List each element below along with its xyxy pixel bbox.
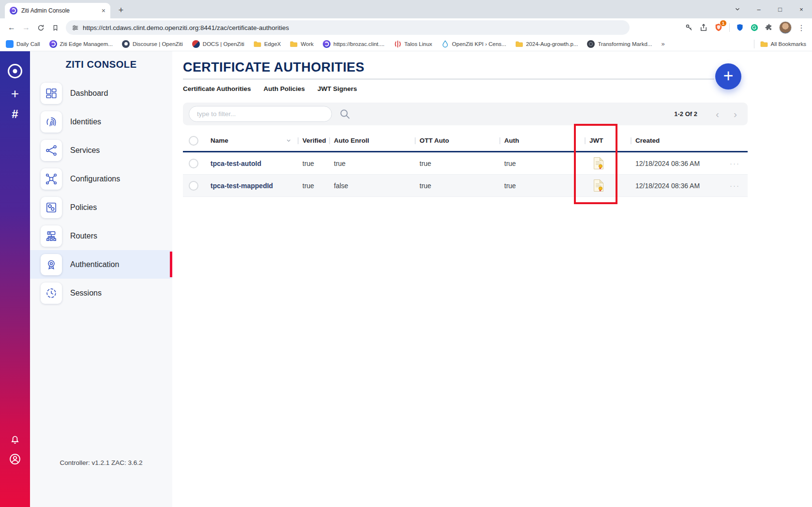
grammarly-icon[interactable]: [750, 23, 759, 32]
sidebar-item-authentication[interactable]: Authentication: [30, 250, 172, 279]
sort-chevron-icon: [286, 137, 292, 144]
column-header-created[interactable]: Created: [635, 137, 721, 144]
folder-icon: [760, 40, 768, 48]
bookmark-icon[interactable]: [48, 21, 62, 34]
browser-tab[interactable]: Ziti Admin Console ×: [5, 3, 110, 18]
back-icon[interactable]: ←: [5, 21, 18, 34]
page-prev-icon[interactable]: ‹: [716, 109, 719, 119]
plus-icon: +: [723, 67, 733, 85]
tab-search-chevron-icon[interactable]: [727, 0, 748, 18]
shield-badge: 1: [720, 20, 727, 27]
password-key-icon[interactable]: [685, 23, 693, 32]
rail-hash-icon[interactable]: #: [12, 108, 18, 120]
tab-certificate-authorities[interactable]: Certificate Authorities: [183, 85, 251, 92]
folder-icon: [254, 40, 261, 48]
bookmark-item[interactable]: Transforming Markd...: [587, 40, 652, 48]
select-all-checkbox[interactable]: [189, 136, 198, 146]
share-icon[interactable]: [699, 23, 708, 32]
tab-jwt-signers[interactable]: JWT Signers: [317, 85, 357, 92]
site-settings-icon[interactable]: [72, 24, 79, 31]
bookmark-item[interactable]: DOCS | OpenZiti: [192, 40, 244, 48]
jwt-download-icon[interactable]: [593, 179, 635, 192]
sidebar-item-dashboard[interactable]: Dashboard: [30, 79, 172, 107]
search-icon[interactable]: [339, 108, 351, 120]
add-ca-button[interactable]: +: [715, 63, 741, 89]
talos-icon: [394, 40, 402, 48]
pagination-label: 1-2 Of 2: [674, 110, 697, 118]
adblock-shield-icon[interactable]: 1: [714, 23, 723, 32]
bookmark-item[interactable]: 2024-Aug-growth.p...: [515, 40, 578, 48]
sidebar-item-sessions[interactable]: Sessions: [30, 279, 172, 307]
services-icon: [41, 140, 62, 161]
toolbar-divider: [729, 23, 730, 32]
policies-icon: [41, 197, 62, 218]
defender-shield-icon[interactable]: [736, 23, 744, 32]
notifications-bell-icon[interactable]: [9, 433, 21, 445]
browser-tab-strip: Ziti Admin Console × + – □ ×: [0, 0, 812, 18]
bookmark-item[interactable]: EdgeX: [254, 40, 281, 48]
sidebar-item-services[interactable]: Services: [30, 136, 172, 164]
console-title: ZITI CONSOLE: [30, 59, 172, 70]
row-checkbox[interactable]: [189, 159, 198, 168]
table-row[interactable]: tpca-test-autoId true true true true 12/…: [183, 152, 748, 175]
jwt-download-icon[interactable]: [593, 157, 635, 170]
sidebar-item-routers[interactable]: Routers: [30, 222, 172, 250]
minimize-button[interactable]: –: [748, 0, 769, 18]
ca-table: Name Verified Auto Enroll OTT Auto Auth …: [183, 130, 748, 197]
globe-icon: [587, 40, 595, 48]
row-menu-button[interactable]: ···: [730, 181, 748, 190]
url-text: https://ctrl.cdaws.clint.demo.openziti.o…: [83, 24, 289, 31]
bookmark-item[interactable]: Work: [290, 40, 314, 48]
bookmark-item[interactable]: https://brozac.clint....: [323, 40, 384, 48]
configurations-icon: [41, 168, 62, 190]
ca-name[interactable]: tpca-test-autoId: [211, 160, 302, 167]
sidebar-item-identities[interactable]: Identities: [30, 107, 172, 136]
version-footer: Controller: v1.2.1 ZAC: 3.6.2: [30, 459, 172, 466]
bookmark-item[interactable]: Daily Call: [6, 40, 40, 48]
extensions-puzzle-icon[interactable]: [765, 23, 773, 32]
tab-close-icon[interactable]: ×: [102, 7, 105, 14]
tab-auth-policies[interactable]: Auth Policies: [264, 85, 305, 92]
sessions-icon: [41, 283, 62, 304]
page-title: CERTIFICATE AUTHORITIES: [183, 60, 748, 75]
bookmarks-overflow-icon[interactable]: »: [661, 40, 664, 47]
bookmark-item[interactable]: Ziti Edge Managem...: [49, 40, 113, 48]
rail-add-icon[interactable]: +: [11, 87, 19, 101]
account-person-icon[interactable]: [9, 453, 21, 465]
maximize-button[interactable]: □: [769, 0, 791, 18]
profile-avatar[interactable]: [779, 21, 792, 34]
bookmark-item[interactable]: Discourse | OpenZiti: [122, 40, 183, 48]
row-menu-button[interactable]: ···: [730, 159, 748, 167]
openziti-docs-icon: [192, 40, 200, 48]
forward-icon[interactable]: →: [19, 21, 33, 34]
tab-title: Ziti Admin Console: [21, 7, 98, 14]
sidebar-item-policies[interactable]: Policies: [30, 193, 172, 222]
bookmarks-bar: Daily Call Ziti Edge Managem... Discours…: [0, 37, 812, 51]
column-header-auto-enroll[interactable]: Auto Enroll: [334, 137, 420, 144]
row-checkbox[interactable]: [189, 181, 198, 191]
bookmark-item[interactable]: OpenZiti KPI › Cens...: [441, 40, 506, 48]
all-bookmarks-button[interactable]: All Bookmarks: [760, 40, 807, 48]
discourse-icon: [122, 40, 130, 48]
page-next-icon[interactable]: ›: [734, 109, 737, 119]
column-header-auth[interactable]: Auth: [504, 137, 589, 144]
window-close-button[interactable]: ×: [791, 0, 812, 18]
reload-icon[interactable]: [34, 21, 47, 34]
table-row[interactable]: tpca-test-mappedId true false true true …: [183, 175, 748, 197]
ziti-logo-icon[interactable]: [7, 63, 23, 79]
filter-input[interactable]: [189, 106, 332, 122]
bookmark-item[interactable]: Talos Linux: [394, 40, 433, 48]
folder-icon: [515, 40, 523, 48]
browser-menu-icon[interactable]: ⋮: [797, 23, 805, 32]
sidebar-item-configurations[interactable]: Configurations: [30, 164, 172, 193]
address-bar: ← → https://ctrl.cdaws.clint.demo.openzi…: [0, 18, 812, 37]
column-header-name[interactable]: Name: [211, 137, 302, 144]
ziti-favicon-icon: [10, 7, 17, 15]
url-omnibox[interactable]: https://ctrl.cdaws.clint.demo.openziti.o…: [66, 20, 630, 35]
new-tab-button[interactable]: +: [114, 3, 128, 17]
filter-panel: 1-2 Of 2 ‹ ›: [183, 103, 748, 125]
ca-name[interactable]: tpca-test-mappedId: [211, 182, 302, 190]
column-header-jwt[interactable]: JWT: [589, 137, 635, 144]
droplet-icon: [441, 40, 449, 48]
column-header-ott-auto[interactable]: OTT Auto: [420, 137, 504, 144]
